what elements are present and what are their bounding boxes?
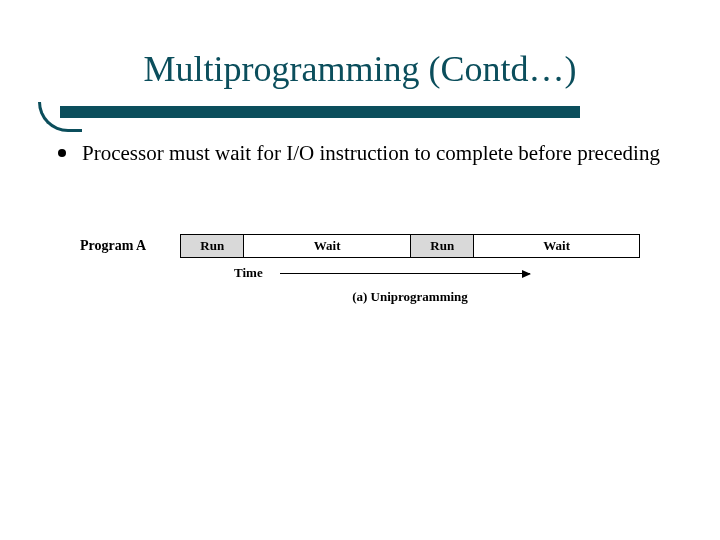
segment-wait-2: Wait (474, 234, 640, 258)
time-label: Time (234, 265, 263, 281)
time-axis: Time (180, 265, 640, 287)
bullet-item: Processor must wait for I/O instruction … (58, 140, 680, 166)
program-a-label: Program A (80, 238, 180, 254)
uniprogramming-diagram: Program A Run Wait Run Wait Time (a) Uni… (80, 231, 640, 305)
segment-run-1: Run (180, 234, 244, 258)
bullet-dot-icon (58, 149, 66, 157)
program-row: Program A Run Wait Run Wait (80, 231, 640, 261)
segment-run-2: Run (410, 234, 474, 258)
slide-title: Multiprogramming (Contd…) (0, 48, 720, 90)
slide: Multiprogramming (Contd…) Processor must… (0, 0, 720, 540)
timeline-strip: Run Wait Run Wait (180, 234, 640, 258)
bullet-text: Processor must wait for I/O instruction … (82, 140, 680, 166)
segment-wait-1: Wait (244, 234, 410, 258)
rule-bar (60, 106, 580, 118)
title-rule (20, 100, 580, 122)
diagram-caption: (a) Uniprogramming (180, 289, 640, 305)
arrow-right-icon (280, 273, 530, 274)
